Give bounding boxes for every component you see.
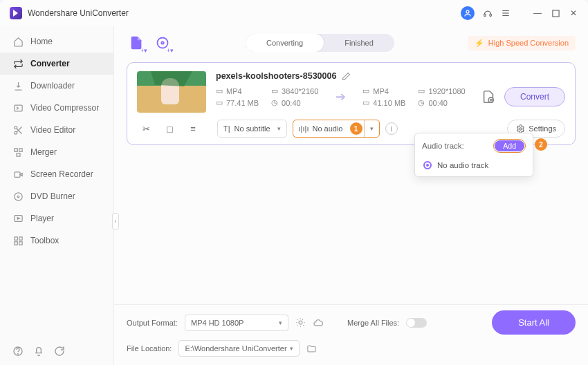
sidebar-item-downloader[interactable]: Downloader (0, 75, 113, 97)
svg-point-9 (14, 131, 17, 134)
callout-1: 1 (350, 122, 362, 135)
merge-label: Merge All Files: (347, 319, 399, 327)
svg-rect-12 (14, 148, 17, 151)
output-settings-icon[interactable] (479, 88, 497, 106)
status-tabs: Converting Finished (246, 34, 394, 52)
add-dvd-button[interactable]: +▾ (153, 33, 172, 53)
cloud-icon[interactable] (313, 317, 324, 328)
sidebar-item-label: Player (30, 214, 54, 223)
audio-value: No audio (312, 124, 342, 133)
compress-icon (12, 102, 24, 113)
sidebar-item-dvd[interactable]: DVD Burner (0, 185, 113, 207)
high-speed-badge[interactable]: ⚡ High Speed Conversion (468, 36, 576, 50)
sidebar-item-label: Video Editor (30, 125, 75, 135)
svg-rect-2 (490, 14, 491, 17)
clock-icon: ◷ (271, 98, 278, 107)
sidebar-item-merger[interactable]: Merger (0, 141, 113, 163)
src-size: 77.41 MB (226, 99, 259, 107)
audio-track-dropdown: Audio track: Add No audio track (414, 133, 533, 177)
folder-icon: ▭ (362, 98, 369, 107)
scissors-icon (12, 124, 24, 135)
bell-icon[interactable] (33, 346, 44, 357)
maximize-button[interactable] (551, 8, 560, 18)
film-icon: ▭ (362, 86, 369, 95)
audio-icon: ı|ı|ı (299, 124, 309, 133)
sidebar-item-converter[interactable]: Converter (0, 53, 113, 75)
info-icon[interactable]: i (385, 122, 398, 135)
src-format: MP4 (226, 87, 242, 95)
add-audio-button[interactable]: Add (495, 140, 524, 151)
dst-format: MP4 (373, 87, 389, 95)
svg-point-25 (18, 354, 19, 355)
svg-point-17 (17, 196, 19, 198)
gpu-icon[interactable] (295, 317, 306, 328)
settings-label: Settings (529, 124, 556, 133)
sidebar-item-toolbox[interactable]: Toolbox (0, 230, 113, 252)
subtitle-icon: T| (223, 124, 230, 133)
subtitle-value: No subtitle (235, 124, 270, 133)
main-area: +▾ +▾ Converting Finished ⚡ High Speed C… (114, 26, 588, 365)
titlebar: Wondershare UniConverter — ✕ (0, 0, 588, 26)
svg-rect-23 (19, 241, 21, 244)
video-thumbnail[interactable] (137, 71, 206, 113)
sidebar-item-compressor[interactable]: Video Compressor (0, 97, 113, 119)
sidebar-item-label: Video Compressor (30, 103, 99, 113)
src-dur: 00:40 (282, 99, 301, 107)
support-icon[interactable] (483, 8, 493, 18)
effects-icon[interactable]: ≡ (184, 121, 202, 136)
output-format-select[interactable]: MP4 HD 1080P ▾ (185, 315, 288, 331)
callout-2: 2 (535, 138, 547, 151)
bolt-icon: ⚡ (475, 39, 484, 48)
trim-icon[interactable]: ✂ (137, 121, 155, 136)
sidebar-item-label: Downloader (30, 81, 75, 91)
app-title: Wondershare UniConverter (28, 8, 129, 18)
file-location-value: E:\Wondershare UniConverter (185, 344, 286, 353)
file-location-label: File Location: (127, 344, 172, 353)
grid-icon (12, 235, 24, 246)
help-icon[interactable] (12, 346, 24, 357)
minimize-button[interactable]: — (533, 8, 542, 18)
arrow-right-icon: ➔ (331, 87, 350, 106)
sidebar-item-recorder[interactable]: Screen Recorder (0, 163, 113, 185)
svg-rect-6 (552, 10, 558, 16)
svg-rect-13 (19, 148, 21, 151)
play-icon (12, 213, 24, 224)
crop-icon[interactable]: ◻ (160, 121, 178, 136)
edit-name-icon[interactable] (342, 72, 351, 81)
audio-select[interactable]: ı|ı|ıNo audio 1 ▾ (293, 120, 380, 138)
feedback-icon[interactable] (54, 346, 65, 357)
close-button[interactable]: ✕ (569, 8, 578, 18)
tab-finished[interactable]: Finished (324, 34, 394, 52)
dst-dur: 00:40 (428, 99, 448, 107)
audio-dropdown-toggle[interactable]: ▾ (364, 120, 379, 137)
start-all-button[interactable]: Start All (492, 310, 576, 335)
dst-size: 41.10 MB (373, 99, 405, 107)
app-logo-icon (10, 7, 22, 19)
convert-button[interactable]: Convert (504, 87, 565, 106)
titlebar-icons: — ✕ (461, 6, 578, 20)
file-location-select[interactable]: E:\Wondershare UniConverter ▾ (178, 340, 299, 357)
sidebar: Home Converter Downloader Video Compress… (0, 26, 114, 365)
menu-icon[interactable] (501, 8, 511, 18)
recorder-icon (12, 169, 24, 180)
film-icon: ▭ (216, 86, 223, 95)
sidebar-item-editor[interactable]: Video Editor (0, 119, 113, 141)
folder-icon: ▭ (216, 98, 223, 107)
sidebar-item-label: Merger (30, 147, 57, 157)
merge-icon (12, 147, 24, 158)
file-name: pexels-koolshooters-8530006 (216, 71, 336, 81)
svg-rect-22 (14, 241, 17, 244)
tab-converting[interactable]: Converting (246, 34, 324, 52)
subtitle-select[interactable]: T| No subtitle ▾ (217, 120, 287, 138)
svg-marker-19 (17, 217, 19, 219)
sidebar-item-home[interactable]: Home (0, 30, 113, 53)
audio-option-none[interactable]: No audio track (422, 158, 526, 172)
open-folder-icon[interactable] (306, 344, 317, 354)
chevron-down-icon: ▾ (290, 345, 293, 352)
merge-toggle[interactable] (406, 318, 427, 328)
home-icon (12, 36, 24, 47)
sidebar-item-player[interactable]: Player (0, 207, 113, 230)
account-icon[interactable] (461, 6, 475, 20)
add-files-button[interactable]: +▾ (127, 33, 146, 53)
converter-icon (12, 58, 24, 69)
